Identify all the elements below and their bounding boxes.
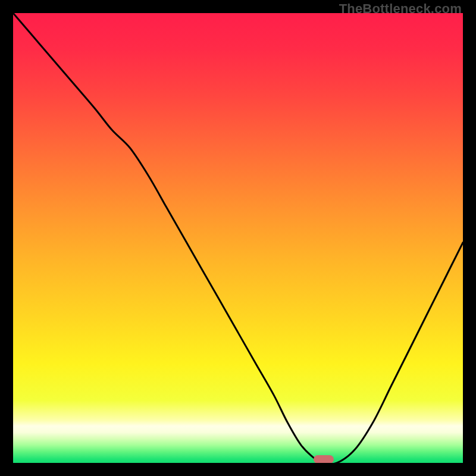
watermark-text: TheBottleneck.com <box>339 1 462 17</box>
plot-area <box>13 13 463 463</box>
bottleneck-curve <box>13 13 463 463</box>
optimal-marker <box>314 455 334 463</box>
chart-frame: TheBottleneck.com <box>0 0 476 476</box>
